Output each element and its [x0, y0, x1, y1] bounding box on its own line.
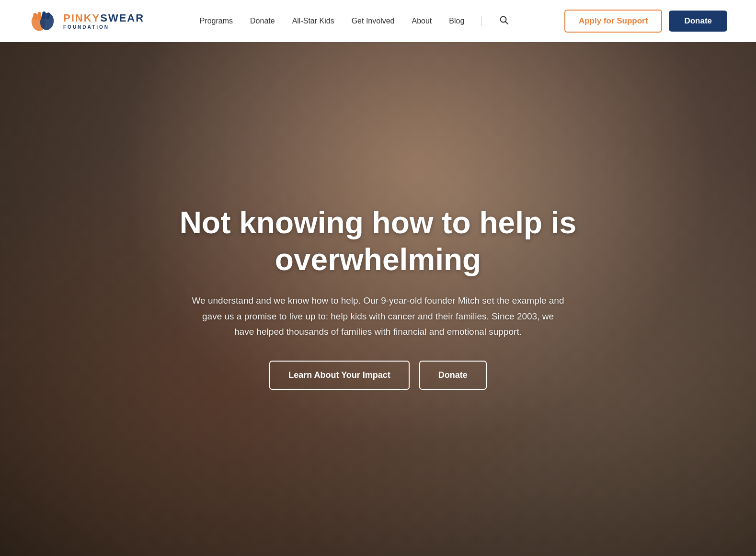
main-nav: Programs Donate All-Star Kids Get Involv… — [200, 15, 509, 27]
nav-all-star-kids[interactable]: All-Star Kids — [292, 17, 334, 25]
apply-for-support-button[interactable]: Apply for Support — [564, 10, 662, 33]
logo-text: PINKYSWEAR FOUNDATION — [63, 12, 144, 29]
search-icon[interactable] — [499, 15, 509, 27]
hero-heading: Not knowing how to help is overwhelming — [180, 204, 576, 278]
svg-line-7 — [505, 22, 508, 24]
logo-name: PINKYSWEAR — [63, 12, 144, 24]
donate-header-button[interactable]: Donate — [669, 11, 727, 32]
hero-buttons: Learn About Your Impact Donate — [180, 361, 576, 390]
hero-section: Not knowing how to help is overwhelming … — [0, 0, 756, 556]
nav-about[interactable]: About — [412, 17, 432, 25]
learn-about-impact-button[interactable]: Learn About Your Impact — [269, 361, 410, 390]
donate-hero-button[interactable]: Donate — [419, 361, 487, 390]
hero-content: Not knowing how to help is overwhelming … — [160, 204, 596, 390]
logo[interactable]: PINKYSWEAR FOUNDATION — [29, 8, 144, 34]
logo-icon — [29, 8, 57, 34]
logo-sub: FOUNDATION — [63, 24, 144, 30]
site-header: PINKYSWEAR FOUNDATION Programs Donate Al… — [0, 0, 756, 42]
nav-blog[interactable]: Blog — [449, 17, 464, 25]
nav-donate[interactable]: Donate — [250, 17, 275, 25]
hero-subtext: We understand and we know how to help. O… — [191, 293, 565, 340]
nav-divider — [481, 16, 482, 26]
nav-get-involved[interactable]: Get Involved — [352, 17, 395, 25]
nav-programs[interactable]: Programs — [200, 17, 233, 25]
header-cta: Apply for Support Donate — [564, 10, 727, 33]
